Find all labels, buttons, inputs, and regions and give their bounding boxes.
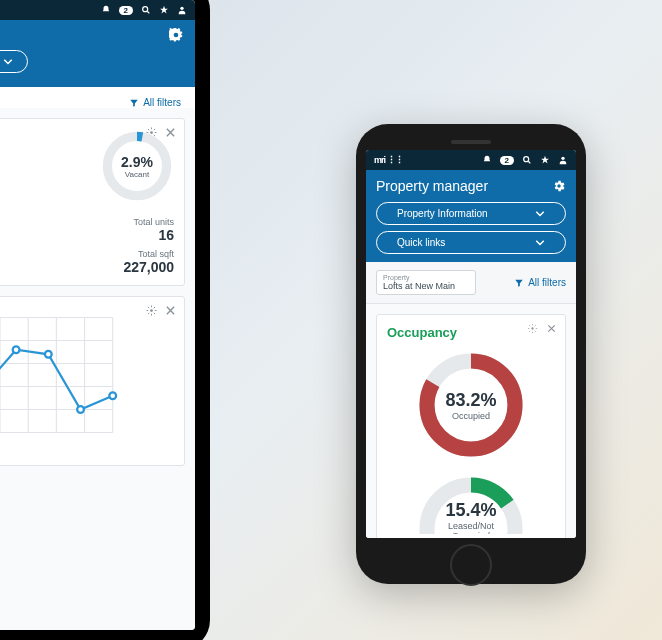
notif-badge: 2	[500, 156, 514, 165]
status-bar: mri ⋮⋮ 2	[366, 150, 576, 170]
svg-point-28	[45, 351, 52, 358]
search-icon	[522, 155, 532, 165]
donut-occupied: 83.2% Occupied	[416, 350, 526, 460]
svg-point-27	[13, 346, 20, 353]
stat-label: Total sqft	[10, 249, 174, 259]
page-title: Property manager	[376, 178, 488, 194]
donut-pct: 15.4%	[445, 500, 496, 521]
phone-speaker	[451, 140, 491, 144]
stat-label: Total units	[10, 217, 174, 227]
all-filters-button[interactable]: All filters	[514, 277, 566, 288]
svg-point-7	[150, 309, 153, 312]
gear-icon[interactable]	[146, 305, 157, 316]
stats-grid: Vacant9 Total units16 Vacant sqft47,000 …	[0, 217, 174, 275]
donut-label: Leased/NotOccupied	[445, 521, 496, 534]
stat-value: 16	[10, 227, 174, 243]
svg-point-1	[180, 7, 183, 10]
sub-bar: Property Lofts at New Main All filters	[366, 262, 576, 304]
filters-label: All filters	[143, 97, 181, 108]
content-area: Occupancy 83.2% Occupied	[366, 304, 576, 538]
svg-point-30	[109, 392, 116, 399]
chevron-down-icon	[3, 59, 13, 65]
svg-point-29	[77, 406, 84, 413]
property-info-dropdown[interactable]: Property Information	[376, 202, 566, 225]
phone-frame: mri ⋮⋮ 2 Property manager Property Infor…	[356, 124, 586, 584]
svg-point-31	[524, 157, 529, 162]
property-chip[interactable]: Property Lofts at New Main	[376, 270, 476, 295]
app-header: Property manager Property Information Qu…	[366, 170, 576, 262]
app-logo: mri ⋮⋮	[374, 155, 403, 165]
tablet-screen: 2 ty Information Quick links	[0, 0, 195, 630]
trend-card	[0, 296, 185, 466]
close-icon[interactable]	[546, 323, 557, 334]
chip-label: Property	[383, 274, 469, 281]
donut-label: Vacant	[121, 170, 153, 179]
user-icon	[177, 5, 187, 15]
svg-point-33	[531, 327, 533, 329]
donut-vacant: 2.9% Vacant	[100, 129, 174, 203]
filter-icon	[129, 98, 139, 108]
occupancy-card: /Noted 2.9% Vacant Vaca	[0, 118, 185, 286]
quick-links-dropdown[interactable]: Quick links	[0, 50, 28, 73]
gear-icon[interactable]	[527, 323, 538, 334]
dropdown-label: Quick links	[397, 237, 445, 248]
donut-pct: 83.2%	[445, 390, 496, 411]
gear-icon[interactable]	[552, 179, 566, 193]
notif-badge: 2	[119, 6, 133, 15]
donut-label: Occupied	[445, 411, 496, 421]
chevron-down-icon	[535, 211, 545, 217]
occupancy-card: Occupancy 83.2% Occupied	[376, 314, 566, 538]
chevron-down-icon	[535, 240, 545, 246]
bell-icon	[101, 5, 111, 15]
search-icon	[141, 5, 151, 15]
donut-leased: 15.4% Leased/NotOccupied	[416, 474, 526, 534]
phone-screen: mri ⋮⋮ 2 Property manager Property Infor…	[366, 150, 576, 538]
svg-point-0	[143, 7, 148, 12]
filters-label: All filters	[528, 277, 566, 288]
filter-icon	[514, 278, 524, 288]
quick-links-dropdown[interactable]: Quick links	[376, 231, 566, 254]
user-icon	[558, 155, 568, 165]
chip-value: Lofts at New Main	[383, 281, 469, 291]
app-header: ty Information Quick links	[0, 20, 195, 87]
bell-icon	[482, 155, 492, 165]
gear-icon[interactable]	[169, 28, 183, 42]
tablet-frame: 2 ty Information Quick links	[0, 0, 210, 640]
stat-value: 227,000	[10, 259, 174, 275]
svg-point-32	[561, 157, 564, 160]
home-button[interactable]	[450, 544, 492, 586]
dropdown-label: Property Information	[397, 208, 488, 219]
all-filters-button[interactable]: All filters	[129, 97, 181, 108]
donut-pct: 2.9%	[121, 154, 153, 170]
close-icon[interactable]	[165, 305, 176, 316]
star-icon	[159, 5, 169, 15]
line-chart	[0, 307, 174, 437]
status-bar: 2	[0, 0, 195, 20]
star-icon	[540, 155, 550, 165]
